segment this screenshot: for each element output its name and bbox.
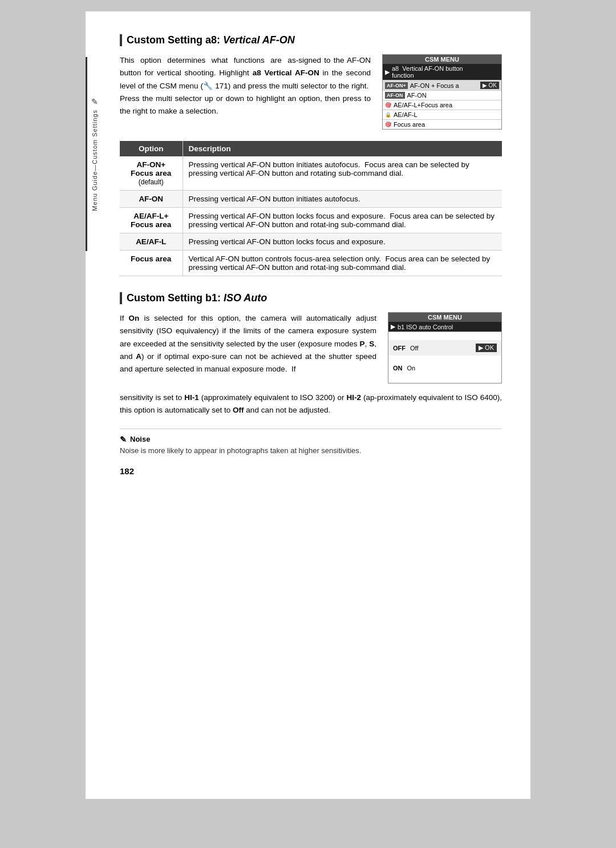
sidebar-tab-label: Menu Guide—Custom Settings bbox=[91, 110, 98, 211]
page-number: 182 bbox=[120, 466, 502, 476]
table-cell-option-5: Focus area bbox=[120, 251, 183, 276]
on-code: ON bbox=[393, 365, 403, 371]
aeafl-icon: 🔒 bbox=[385, 112, 391, 118]
csm-menu-b1-title: CSM MENU bbox=[388, 313, 501, 322]
hi2-bold: HI-2 bbox=[346, 393, 361, 402]
afon-icon: AF-ON+ bbox=[385, 82, 408, 89]
section-a8-heading: Custom Setting a8: Vertical AF-ON bbox=[120, 34, 502, 46]
b1-row-title-label: b1 ISO auto Control bbox=[398, 324, 453, 330]
table-cell-option-1: AF-ON+Focus area(default) bbox=[120, 156, 183, 191]
table-row: AE/AF-L+Focus area Pressing vertical AF-… bbox=[120, 208, 502, 233]
b1-on-bold: On bbox=[129, 314, 140, 322]
csm-spacer3 bbox=[388, 375, 501, 383]
section-b1-heading: Custom Setting b1: ISO Auto bbox=[120, 292, 502, 304]
section-a8-content: This option determines what functions ar… bbox=[120, 54, 502, 130]
table-row: AF-ON+Focus area(default) Pressing verti… bbox=[120, 156, 502, 191]
ok-btn-off: ▶ OK bbox=[476, 344, 497, 352]
table-cell-desc-2: Pressing vertical AF-ON button initiates… bbox=[183, 191, 502, 208]
note-text: Noise is more likely to appear in photog… bbox=[120, 446, 502, 455]
on-label: On bbox=[407, 365, 416, 371]
table-cell-desc-1: Pressing vertical AF-ON button initiates… bbox=[183, 156, 502, 191]
csm-menu-a8-title: CSM MENU bbox=[383, 55, 501, 64]
a8-bold-ref: a8 Vertical AF-ON bbox=[253, 68, 319, 77]
csm-spacer2 bbox=[388, 356, 501, 361]
csm-row-arrow-icon: ▶ bbox=[385, 68, 390, 76]
sidebar-tab: ✎ Menu Guide—Custom Settings bbox=[86, 57, 102, 251]
table-cell-desc-4: Pressing vertical AF-ON button locks foc… bbox=[183, 233, 502, 251]
csm-menu-b1-row-title: ▶ b1 ISO auto Control bbox=[388, 322, 501, 332]
csm-row-off: OFF Off ▶ OK bbox=[388, 340, 501, 356]
table-header-description: Description bbox=[183, 141, 502, 156]
note-title: ✎ Noise bbox=[120, 435, 502, 444]
off-bold: Off bbox=[233, 406, 244, 414]
note-box: ✎ Noise Noise is more likely to appear i… bbox=[120, 429, 502, 455]
table-row: AF-ON Pressing vertical AF-ON button ini… bbox=[120, 191, 502, 208]
csm-menu-row-afon-focus: AF-ON+ AF-ON + Focus a ▶ OK bbox=[383, 80, 501, 91]
note-label: Noise bbox=[130, 435, 150, 443]
csm-menu-row-a8-title: ▶ a8 Vertical AF-ON buttonfunction bbox=[383, 64, 501, 80]
csm-menu-a8: CSM MENU ▶ a8 Vertical AF-ON buttonfunct… bbox=[382, 54, 502, 130]
table-row: Focus area Vertical AF-ON button control… bbox=[120, 251, 502, 276]
section-a8-heading-italic: Vertical AF-ON bbox=[223, 34, 295, 46]
b1-p-bold: P bbox=[359, 340, 364, 348]
table-cell-option-4: AE/AF-L bbox=[120, 233, 183, 251]
csm-menu-row-aeafl-focus: 🎯 AE/AF-L+Focus area bbox=[383, 100, 501, 110]
sidebar-menu-icon: ✎ bbox=[91, 97, 98, 106]
page-container: ✎ Menu Guide—Custom Settings Custom Sett… bbox=[86, 11, 530, 799]
b1-a-bold: A bbox=[136, 352, 141, 361]
section-b1-continued: sensitivity is set to HI-1 (approximatel… bbox=[120, 391, 502, 417]
csm-menu-row-aeafl: 🔒 AE/AF-L bbox=[383, 110, 501, 120]
aeafl-focus-icon: 🎯 bbox=[385, 102, 391, 108]
table-row: AE/AF-L Pressing vertical AF-ON button l… bbox=[120, 233, 502, 251]
table-header-option: Option bbox=[120, 141, 183, 156]
section-b1-content: If On is selected for this option, the c… bbox=[120, 312, 502, 383]
b1-s-bold: S bbox=[369, 340, 374, 348]
hi1-bold: HI-1 bbox=[184, 393, 199, 402]
csm-menu-row-afon: AF-ON AF-ON bbox=[383, 91, 501, 100]
section-b1-heading-italic: ISO Auto bbox=[224, 292, 267, 304]
table-cell-desc-5: Vertical AF-ON button controls focus-are… bbox=[183, 251, 502, 276]
csm-spacer bbox=[388, 332, 501, 340]
section-b1-heading-prefix: Custom Setting b1: bbox=[127, 292, 224, 304]
options-table-a8: Option Description AF-ON+Focus area(defa… bbox=[120, 141, 502, 276]
section-a8-heading-prefix: Custom Setting a8: bbox=[127, 34, 223, 46]
section-b1-text: If On is selected for this option, the c… bbox=[120, 312, 376, 383]
off-code: OFF bbox=[393, 345, 406, 352]
csm-menu-b1: CSM MENU ▶ b1 ISO auto Control OFF Off ▶… bbox=[388, 312, 502, 383]
off-label: Off bbox=[410, 345, 418, 352]
csm-row-on: ON On bbox=[388, 361, 501, 375]
note-pencil-icon: ✎ bbox=[120, 435, 127, 444]
afon-only-icon: AF-ON bbox=[385, 92, 405, 99]
section-b1: Custom Setting b1: ISO Auto If On is sel… bbox=[120, 292, 502, 455]
focus-area-icon: 🎯 bbox=[385, 122, 391, 127]
b1-row-arrow: ▶ bbox=[391, 323, 395, 330]
table-cell-option-2: AF-ON bbox=[120, 191, 183, 208]
ok-btn-afon: ▶ OK bbox=[480, 82, 499, 89]
csm-menu-row-focus-area: 🎯 Focus area bbox=[383, 120, 501, 129]
table-cell-desc-3: Pressing vertical AF-ON button locks foc… bbox=[183, 208, 502, 233]
table-cell-option-3: AE/AF-L+Focus area bbox=[120, 208, 183, 233]
section-a8-text: This option determines what functions ar… bbox=[120, 54, 371, 130]
